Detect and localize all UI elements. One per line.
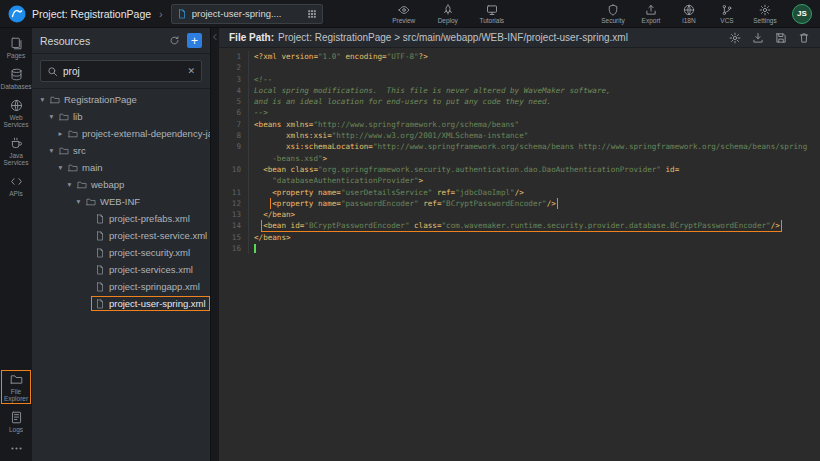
code-line[interactable]: 10 <bean class="org.springframework.secu… [219, 164, 820, 175]
project-label: Project: RegistrationPage [32, 8, 151, 20]
tree-item[interactable]: project-services.xml [32, 261, 210, 278]
tree-item-label: project-springapp.xml [109, 281, 200, 292]
code-line[interactable]: 9 xsi:schemaLocation="http://www.springf… [219, 141, 820, 152]
expand-arrow-icon[interactable]: ▾ [47, 146, 56, 155]
line-number: 9 [219, 141, 249, 152]
sidebar-item-logs[interactable]: Logs [1, 408, 31, 435]
topbar-action-label: Security [601, 17, 624, 24]
expand-arrow-icon[interactable]: ▾ [65, 180, 74, 189]
code-line[interactable]: 14 <bean id="BCryptPasswordEncoder" clas… [219, 220, 820, 231]
tree-item[interactable]: ▸project-external-dependency-jars [32, 125, 210, 142]
sidebar-item-label: Pages [7, 52, 25, 59]
sidebar-item-java-services[interactable]: Java Services [1, 134, 31, 168]
wavemaker-logo-icon[interactable] [8, 5, 26, 23]
tree-item-label: project-prefabs.xml [109, 213, 190, 224]
tree-item[interactable]: project-springapp.xml [32, 278, 210, 295]
folder-icon [10, 373, 23, 386]
topbar-action-preview[interactable]: Preview [391, 4, 417, 24]
topbar-right-actions: SecurityExporti18NVCSSettings [600, 4, 778, 24]
code-line[interactable]: 8 xmlns:xsi="http://www.w3.org/2001/XMLS… [219, 130, 820, 141]
tree-item-label: project-rest-service.xml [109, 230, 207, 241]
resources-panel-header: Resources + [32, 28, 210, 54]
code-line[interactable]: 2 [219, 62, 820, 73]
download-button[interactable] [752, 32, 764, 44]
line-number: 6 [219, 107, 249, 118]
save-button[interactable] [775, 32, 787, 44]
topbar-action-tutorials[interactable]: Tutorials [479, 4, 505, 24]
folder-icon [68, 163, 78, 173]
sidebar-item-file-explorer[interactable]: File Explorer [1, 370, 31, 404]
code-line[interactable]: -beans.xsd"> [219, 153, 820, 164]
code-line[interactable]: 11 <property name="userDetailsService" r… [219, 187, 820, 198]
tree-item[interactable]: ▾lib [32, 108, 210, 125]
tree-item[interactable]: ▾WEB-INF [32, 193, 210, 210]
code-line[interactable]: 6--> [219, 107, 820, 118]
folder-icon [68, 129, 78, 139]
expand-arrow-icon[interactable]: ▸ [56, 129, 65, 138]
tree-item-label: src [73, 145, 86, 156]
doc-icon [95, 299, 105, 309]
topbar-action-settings[interactable]: Settings [752, 4, 778, 24]
tree-item[interactable]: ▾main [32, 159, 210, 176]
code-line[interactable]: 3<!-- [219, 74, 820, 85]
code-line[interactable]: 16 [219, 243, 820, 254]
topbar-action-export[interactable]: Export [638, 4, 664, 24]
file-selector-dropdown[interactable]: project-user-spring.... [171, 4, 323, 24]
grid-icon[interactable] [307, 9, 317, 19]
line-number: 1 [219, 51, 249, 62]
tree-item[interactable]: ▾RegistrationPage [32, 91, 210, 108]
sidebar-item-web-services[interactable]: Web Services [1, 96, 31, 130]
resource-search-input[interactable] [63, 66, 182, 77]
user-avatar[interactable]: JS [792, 4, 812, 24]
line-number: 15 [219, 232, 249, 243]
sidebar-item-label: Java Services [1, 152, 31, 166]
code-line[interactable]: 7<beans xmlns="http://www.springframewor… [219, 119, 820, 130]
code-line[interactable]: 4Local spring modifications. This file i… [219, 85, 820, 96]
expand-arrow-icon[interactable]: ▾ [47, 112, 56, 121]
folder-icon [59, 146, 69, 156]
line-number: 13 [219, 209, 249, 220]
tree-item[interactable]: project-user-spring.xml [32, 295, 210, 312]
code-line[interactable]: 15</beans> [219, 232, 820, 243]
code-line[interactable]: 1<?xml version="1.0" encoding="UTF-8"?> [219, 51, 820, 62]
line-number: 2 [219, 62, 249, 73]
tree-item[interactable]: project-security.xml [32, 244, 210, 261]
collapse-panel-icon[interactable] [211, 33, 219, 461]
export-icon [645, 4, 657, 16]
tree-item[interactable]: project-rest-service.xml [32, 227, 210, 244]
file-path-label: File Path: [229, 32, 274, 43]
settings-button[interactable] [729, 32, 741, 44]
line-number: 5 [219, 96, 249, 107]
expand-arrow-icon[interactable]: ▾ [56, 163, 65, 172]
eye-icon [398, 4, 410, 16]
clear-search-icon[interactable]: ✕ [187, 66, 195, 76]
topbar-action-i18n[interactable]: i18N [676, 4, 702, 24]
sidebar-item-apis[interactable]: APIs [1, 172, 31, 199]
sidebar-item-more[interactable] [1, 439, 31, 457]
code-line[interactable]: "databaseAuthenticationProvider"> [219, 175, 820, 186]
tree-item[interactable]: ▾src [32, 142, 210, 159]
code-line[interactable]: 12 <property name="passwordEncoder" ref=… [219, 198, 820, 209]
sidebar-item-databases[interactable]: Databases [1, 65, 31, 92]
tree-item[interactable]: project-prefabs.xml [32, 210, 210, 227]
tree-item[interactable]: ▾webapp [32, 176, 210, 193]
doc-icon [95, 248, 105, 258]
topbar-action-label: Tutorials [479, 17, 504, 24]
expand-arrow-icon[interactable]: ▾ [38, 95, 47, 104]
topbar-action-deploy[interactable]: Deploy [435, 4, 461, 24]
topbar-action-security[interactable]: Security [600, 4, 626, 24]
code-line[interactable]: 5and is an ideal location for end-users … [219, 96, 820, 107]
sidebar-item-label: Logs [9, 426, 23, 433]
refresh-icon[interactable] [169, 35, 180, 46]
expand-arrow-icon[interactable]: ▾ [74, 197, 83, 206]
left-nav-rail: PagesDatabasesWeb ServicesJava ServicesA… [0, 28, 32, 461]
code-line[interactable]: 13 </bean> [219, 209, 820, 220]
sidebar-item-pages[interactable]: Pages [1, 34, 31, 61]
add-resource-button[interactable]: + [187, 33, 202, 48]
delete-button[interactable] [798, 32, 810, 44]
topbar-action-vcs[interactable]: VCS [714, 4, 740, 24]
resource-tree: ▾RegistrationPage▾lib▸project-external-d… [32, 88, 210, 461]
file-icon [177, 9, 187, 19]
top-bar: Project: RegistrationPage › project-user… [0, 0, 820, 28]
code-editor[interactable]: 1<?xml version="1.0" encoding="UTF-8"?>2… [219, 48, 820, 461]
